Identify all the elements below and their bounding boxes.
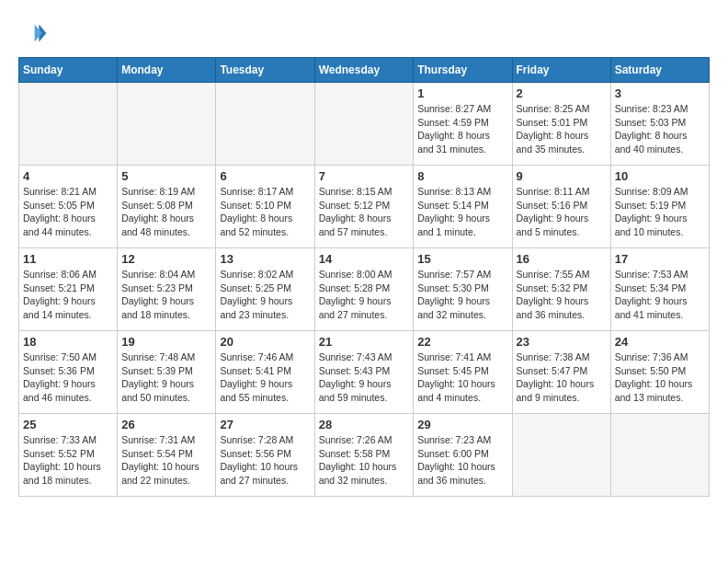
calendar-cell [118,83,216,166]
calendar-cell: 24Sunrise: 7:36 AM Sunset: 5:50 PM Dayli… [610,331,709,414]
calendar-cell: 8Sunrise: 8:13 AM Sunset: 5:14 PM Daylig… [414,166,512,248]
calendar-cell: 11Sunrise: 8:06 AM Sunset: 5:21 PM Dayli… [19,248,118,331]
day-info: Sunrise: 7:38 AM Sunset: 5:47 PM Dayligh… [517,350,607,405]
day-info: Sunrise: 7:57 AM Sunset: 5:30 PM Dayligh… [417,268,507,322]
logo [18,18,51,48]
calendar-cell: 9Sunrise: 8:11 AM Sunset: 5:16 PM Daylig… [512,166,610,248]
calendar-cell: 14Sunrise: 8:00 AM Sunset: 5:28 PM Dayli… [314,248,414,331]
day-header-friday: Friday [512,58,610,83]
day-number: 13 [220,252,310,266]
day-info: Sunrise: 7:31 AM Sunset: 5:54 PM Dayligh… [121,433,211,488]
calendar-cell: 20Sunrise: 7:46 AM Sunset: 5:41 PM Dayli… [216,331,314,414]
day-info: Sunrise: 8:11 AM Sunset: 5:16 PM Dayligh… [517,185,607,239]
calendar-cell: 2Sunrise: 8:25 AM Sunset: 5:01 PM Daylig… [512,83,610,166]
calendar-header: SundayMondayTuesdayWednesdayThursdayFrid… [19,58,710,83]
day-info: Sunrise: 7:55 AM Sunset: 5:32 PM Dayligh… [517,268,607,322]
day-number: 1 [417,86,507,100]
day-number: 18 [23,335,113,349]
calendar-cell: 28Sunrise: 7:26 AM Sunset: 5:58 PM Dayli… [314,414,414,497]
day-info: Sunrise: 7:23 AM Sunset: 6:00 PM Dayligh… [417,433,507,488]
day-info: Sunrise: 8:27 AM Sunset: 4:59 PM Dayligh… [417,102,507,156]
calendar-cell [216,83,314,166]
day-number: 25 [23,418,113,431]
day-info: Sunrise: 7:48 AM Sunset: 5:39 PM Dayligh… [121,350,211,405]
calendar-cell: 26Sunrise: 7:31 AM Sunset: 5:54 PM Dayli… [118,414,216,497]
day-number: 6 [220,169,310,183]
day-info: Sunrise: 8:21 AM Sunset: 5:05 PM Dayligh… [23,185,113,239]
day-info: Sunrise: 8:00 AM Sunset: 5:28 PM Dayligh… [319,268,410,322]
day-number: 15 [417,252,507,266]
day-number: 23 [517,335,607,349]
calendar-cell: 18Sunrise: 7:50 AM Sunset: 5:36 PM Dayli… [19,331,118,414]
calendar-cell: 3Sunrise: 8:23 AM Sunset: 5:03 PM Daylig… [610,83,709,166]
calendar-cell: 5Sunrise: 8:19 AM Sunset: 5:08 PM Daylig… [118,166,216,248]
day-number: 14 [319,252,410,266]
calendar-cell: 22Sunrise: 7:41 AM Sunset: 5:45 PM Dayli… [414,331,512,414]
day-number: 9 [517,169,607,183]
day-number: 7 [319,169,410,183]
day-number: 21 [319,335,410,349]
calendar-cell [512,414,610,497]
day-info: Sunrise: 8:25 AM Sunset: 5:01 PM Dayligh… [517,102,607,156]
calendar-cell: 29Sunrise: 7:23 AM Sunset: 6:00 PM Dayli… [414,414,512,497]
week-row-4: 18Sunrise: 7:50 AM Sunset: 5:36 PM Dayli… [19,331,710,414]
calendar-cell: 6Sunrise: 8:17 AM Sunset: 5:10 PM Daylig… [216,166,314,248]
calendar-cell: 16Sunrise: 7:55 AM Sunset: 5:32 PM Dayli… [512,248,610,331]
day-info: Sunrise: 8:02 AM Sunset: 5:25 PM Dayligh… [220,268,310,322]
calendar-cell [19,83,118,166]
calendar-table: SundayMondayTuesdayWednesdayThursdayFrid… [18,57,710,497]
day-number: 3 [615,86,705,100]
calendar-cell: 13Sunrise: 8:02 AM Sunset: 5:25 PM Dayli… [216,248,314,331]
calendar-cell [610,414,709,497]
day-info: Sunrise: 7:41 AM Sunset: 5:45 PM Dayligh… [417,350,507,405]
day-number: 24 [615,335,705,349]
calendar-cell: 23Sunrise: 7:38 AM Sunset: 5:47 PM Dayli… [512,331,610,414]
day-number: 16 [517,252,607,266]
calendar-cell: 21Sunrise: 7:43 AM Sunset: 5:43 PM Dayli… [314,331,414,414]
day-info: Sunrise: 8:23 AM Sunset: 5:03 PM Dayligh… [615,102,705,156]
day-info: Sunrise: 8:17 AM Sunset: 5:10 PM Dayligh… [220,185,310,239]
day-number: 28 [319,418,410,431]
day-info: Sunrise: 7:43 AM Sunset: 5:43 PM Dayligh… [319,350,410,405]
day-info: Sunrise: 8:19 AM Sunset: 5:08 PM Dayligh… [121,185,211,239]
calendar-cell: 15Sunrise: 7:57 AM Sunset: 5:30 PM Dayli… [414,248,512,331]
day-number: 26 [121,418,211,431]
day-info: Sunrise: 7:50 AM Sunset: 5:36 PM Dayligh… [23,350,113,405]
calendar-cell: 17Sunrise: 7:53 AM Sunset: 5:34 PM Dayli… [610,248,709,331]
day-number: 10 [615,169,705,183]
day-header-saturday: Saturday [610,58,709,83]
calendar-cell: 25Sunrise: 7:33 AM Sunset: 5:52 PM Dayli… [19,414,118,497]
page-header [18,18,710,48]
day-info: Sunrise: 8:15 AM Sunset: 5:12 PM Dayligh… [319,185,410,239]
logo-icon [18,18,48,48]
day-header-monday: Monday [118,58,216,83]
day-header-wednesday: Wednesday [314,58,414,83]
calendar-cell [314,83,414,166]
day-number: 17 [615,252,705,266]
calendar-body: 1Sunrise: 8:27 AM Sunset: 4:59 PM Daylig… [19,83,710,497]
calendar-cell: 10Sunrise: 8:09 AM Sunset: 5:19 PM Dayli… [610,166,709,248]
days-of-week-row: SundayMondayTuesdayWednesdayThursdayFrid… [19,58,710,83]
day-info: Sunrise: 7:28 AM Sunset: 5:56 PM Dayligh… [220,433,310,488]
day-number: 20 [220,335,310,349]
calendar-cell: 1Sunrise: 8:27 AM Sunset: 4:59 PM Daylig… [414,83,512,166]
calendar-cell: 19Sunrise: 7:48 AM Sunset: 5:39 PM Dayli… [118,331,216,414]
week-row-1: 1Sunrise: 8:27 AM Sunset: 4:59 PM Daylig… [19,83,710,166]
week-row-2: 4Sunrise: 8:21 AM Sunset: 5:05 PM Daylig… [19,166,710,248]
day-info: Sunrise: 8:09 AM Sunset: 5:19 PM Dayligh… [615,185,705,239]
calendar-cell: 12Sunrise: 8:04 AM Sunset: 5:23 PM Dayli… [118,248,216,331]
day-number: 12 [121,252,211,266]
calendar-cell: 7Sunrise: 8:15 AM Sunset: 5:12 PM Daylig… [314,166,414,248]
day-number: 27 [220,418,310,431]
day-info: Sunrise: 7:33 AM Sunset: 5:52 PM Dayligh… [23,433,113,488]
day-number: 5 [121,169,211,183]
day-number: 4 [23,169,113,183]
week-row-3: 11Sunrise: 8:06 AM Sunset: 5:21 PM Dayli… [19,248,710,331]
day-number: 19 [121,335,211,349]
week-row-5: 25Sunrise: 7:33 AM Sunset: 5:52 PM Dayli… [19,414,710,497]
day-info: Sunrise: 7:46 AM Sunset: 5:41 PM Dayligh… [220,350,310,405]
day-info: Sunrise: 8:06 AM Sunset: 5:21 PM Dayligh… [23,268,113,322]
day-number: 11 [23,252,113,266]
day-info: Sunrise: 7:26 AM Sunset: 5:58 PM Dayligh… [319,433,410,488]
day-info: Sunrise: 8:13 AM Sunset: 5:14 PM Dayligh… [417,185,507,239]
